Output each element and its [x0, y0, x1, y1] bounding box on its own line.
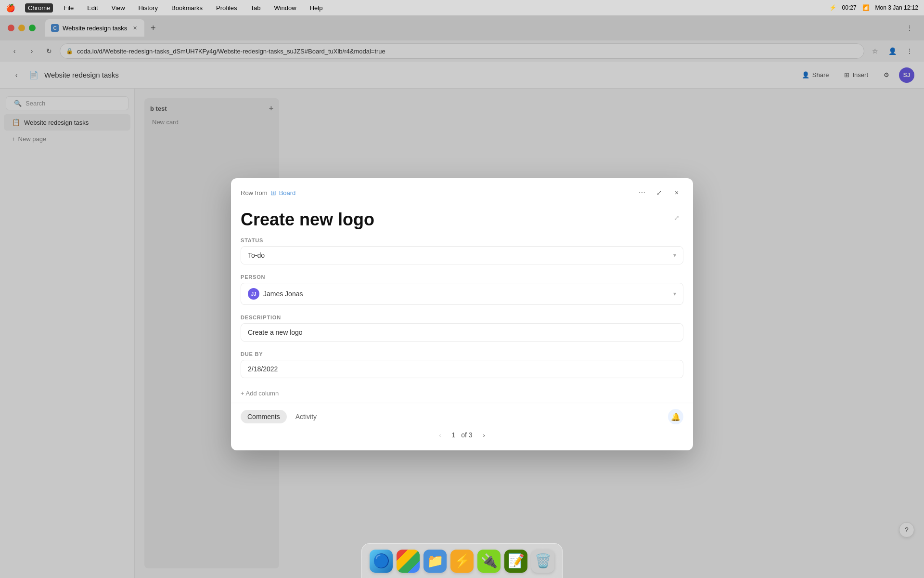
menubar-history[interactable]: History [136, 3, 161, 13]
person-field-group: PERSON JJ James Jonas ▾ [241, 274, 683, 305]
expand-icon[interactable]: ⤢ [670, 211, 683, 224]
menubar-profiles[interactable]: Profiles [213, 3, 240, 13]
row-from-label: Row from [241, 189, 268, 197]
more-options-button[interactable]: ⋯ [635, 186, 649, 199]
dock-app-4[interactable]: ⚡ [450, 550, 474, 573]
menubar-view[interactable]: View [109, 3, 128, 13]
notifications-bell-button[interactable]: 🔔 [668, 409, 683, 424]
description-input[interactable] [241, 323, 683, 342]
modal-source: Row from ⊞ Board [241, 189, 295, 197]
dock-app-6[interactable]: 📝 [504, 550, 527, 573]
menubar-status-items: ⚡ 00:27 📶 Mon 3 Jan 12:12 [829, 4, 918, 11]
due-by-input[interactable] [241, 360, 683, 378]
modal-footer-row: Comments Activity 🔔 [241, 409, 683, 424]
dock-app-5[interactable]: 🔌 [477, 550, 500, 573]
person-chevron-icon: ▾ [673, 290, 676, 297]
dock-chrome[interactable] [397, 550, 420, 573]
modal-title-input[interactable] [241, 209, 666, 230]
board-icon: ⊞ [270, 189, 276, 197]
modal-body: STATUS To-do ▾ PERSON JJ James Jonas ▾ [231, 237, 693, 403]
battery-icon: ⚡ [829, 4, 836, 11]
modal-tabs: Comments Activity [241, 410, 323, 423]
modal-title-area: ⤢ [231, 205, 693, 237]
due-by-field-group: DUE BY [241, 351, 683, 378]
add-column-button[interactable]: + Add column [241, 388, 683, 399]
menubar-tab[interactable]: Tab [247, 3, 263, 13]
modal-header: Row from ⊞ Board ⋯ ⤢ × [231, 178, 693, 205]
battery-time: 00:27 [842, 4, 857, 11]
menubar-window[interactable]: Window [271, 3, 299, 13]
person-select[interactable]: JJ James Jonas ▾ [241, 283, 683, 305]
close-modal-button[interactable]: × [670, 186, 683, 199]
fullscreen-button[interactable]: ⤢ [653, 186, 666, 199]
status-value: To-do [248, 251, 265, 259]
wifi-icon: 📶 [862, 4, 870, 11]
person-label: PERSON [241, 274, 683, 280]
menubar-file[interactable]: File [61, 3, 77, 13]
description-label: DESCRIPTION [241, 315, 683, 320]
status-select[interactable]: To-do ▾ [241, 246, 683, 264]
menubar-app-name[interactable]: Chrome [25, 3, 53, 13]
person-option: JJ James Jonas [248, 288, 303, 300]
description-field-group: DESCRIPTION [241, 315, 683, 342]
apple-menu[interactable]: 🍎 [6, 3, 15, 13]
menubar-edit[interactable]: Edit [84, 3, 101, 13]
status-field-group: STATUS To-do ▾ [241, 237, 683, 264]
menubar-help[interactable]: Help [307, 3, 326, 13]
dock-finder[interactable]: 🔵 [370, 550, 393, 573]
modal-pagination: ‹ 1 of 3 › [241, 424, 683, 443]
app-container: ‹ 📄 Website redesign tasks 👤 Share ⊞ Ins… [0, 62, 924, 578]
menubar: 🍎 Chrome File Edit View History Bookmark… [0, 0, 924, 15]
pagination-of: of 3 [461, 431, 472, 439]
tab-comments[interactable]: Comments [241, 410, 287, 423]
person-name: James Jonas [263, 290, 303, 298]
modal-footer: Comments Activity 🔔 ‹ 1 of 3 › [231, 403, 693, 450]
board-link[interactable]: Board [279, 189, 296, 197]
modal-footer-right: 🔔 [668, 409, 683, 424]
person-avatar: JJ [248, 288, 259, 300]
modal-actions: ⋯ ⤢ × [635, 186, 683, 199]
pagination-prev-button[interactable]: ‹ [434, 429, 446, 441]
pagination-current: 1 [451, 431, 455, 439]
clock: Mon 3 Jan 12:12 [875, 4, 918, 11]
pagination-next-button[interactable]: › [478, 429, 490, 441]
tab-activity[interactable]: Activity [289, 410, 323, 423]
dock-files[interactable]: 📁 [424, 550, 447, 573]
status-chevron-icon: ▾ [673, 252, 676, 259]
due-by-label: DUE BY [241, 351, 683, 357]
status-label: STATUS [241, 237, 683, 243]
dock-trash[interactable]: 🗑️ [531, 550, 554, 573]
modal-dialog: Row from ⊞ Board ⋯ ⤢ × ⤢ STATUS To-do ▾ [231, 178, 693, 450]
dock: 🔵 📁 ⚡ 🔌 📝 🗑️ [361, 543, 563, 578]
menubar-bookmarks[interactable]: Bookmarks [168, 3, 205, 13]
